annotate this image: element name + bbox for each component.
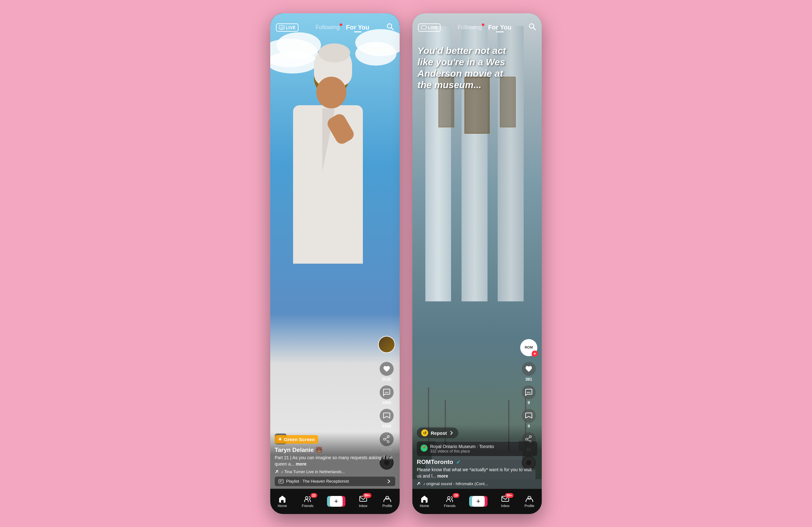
live-tv-icon: LIVE bbox=[279, 25, 285, 30]
phone2-music-note-icon bbox=[417, 481, 421, 486]
svg-point-4 bbox=[385, 392, 386, 393]
phone2-following-dot bbox=[482, 24, 484, 26]
nav-create[interactable]: + bbox=[328, 496, 344, 507]
phone2-sound-info[interactable]: ♪ original sound - hifromalix (Cont... bbox=[417, 481, 537, 486]
phone2-friends-badge: 19 bbox=[453, 493, 459, 498]
verified-badge: ✓ bbox=[456, 459, 460, 465]
phone2-header: LIVE Following For You bbox=[412, 13, 542, 42]
phone2: LIVE Following For You You'd better not … bbox=[412, 13, 542, 514]
phone2-comment-icon bbox=[525, 389, 533, 396]
sound-info[interactable]: ♪ Tina Turner Live in Netherlands... bbox=[275, 469, 395, 474]
phone2-nav-inbox[interactable]: 99+ Inbox bbox=[501, 495, 510, 508]
phone2-creator-username[interactable]: ROMToronto ✓ bbox=[417, 458, 537, 466]
phone2-following-tab[interactable]: Following bbox=[458, 24, 482, 31]
create-button-inner: + bbox=[330, 496, 343, 507]
phone1-caption-area: ✦ Green Screen Taryn Delanie 🐻 Part 21 |… bbox=[270, 432, 400, 488]
phone2-caption-area: ↺ Repost 📍 Royal Ontario Museum · Toront… bbox=[412, 424, 542, 488]
following-tab[interactable]: Following bbox=[316, 24, 340, 31]
playlist-bar[interactable]: Playlist · The Heaven Receptionist bbox=[275, 477, 395, 486]
svg-point-21 bbox=[530, 392, 531, 393]
phone2-like-button[interactable] bbox=[522, 362, 536, 376]
inbox-badge: 99+ bbox=[363, 493, 372, 498]
following-notification-dot bbox=[340, 24, 342, 26]
phone2-live-badge[interactable]: LIVE bbox=[418, 24, 440, 32]
phone2-comment-button[interactable] bbox=[522, 385, 536, 399]
bookmark-icon bbox=[383, 412, 390, 420]
nav-inbox[interactable]: 99+ Inbox bbox=[359, 495, 368, 508]
green-screen-tag[interactable]: ✦ Green Screen bbox=[275, 435, 318, 444]
svg-rect-22 bbox=[423, 500, 426, 502]
friends-badge: 22 bbox=[310, 493, 317, 498]
profile-label: Profile bbox=[382, 504, 392, 508]
location-bar[interactable]: 📍 Royal Ontario Museum · Toronto 332 vid… bbox=[417, 441, 537, 456]
live-tv-icon2 bbox=[421, 25, 426, 30]
search-button[interactable] bbox=[386, 23, 394, 32]
nav-home[interactable]: Home bbox=[277, 495, 287, 508]
bookmark-button[interactable] bbox=[380, 409, 394, 423]
nav-friends[interactable]: 22 Friends bbox=[302, 495, 314, 508]
create-button[interactable]: + bbox=[328, 496, 344, 507]
inbox-label: Inbox bbox=[359, 504, 368, 508]
phone2-home-icon bbox=[420, 495, 429, 503]
phone2-bookmark-button[interactable] bbox=[522, 409, 536, 423]
phone1-header: LIVE LIVE Following For You bbox=[270, 13, 400, 42]
phone2-nav-friends[interactable]: 19 Friends bbox=[444, 495, 455, 508]
svg-point-5 bbox=[386, 392, 387, 393]
phone2-create-button-inner: + bbox=[472, 496, 485, 507]
phone2-home-label: Home bbox=[420, 504, 429, 508]
repost-label: Repost bbox=[431, 430, 447, 436]
svg-line-3 bbox=[391, 28, 393, 30]
creator-avatar bbox=[378, 336, 395, 353]
video-caption: Part 21 | As you can imagine so many req… bbox=[275, 455, 395, 467]
location-name: Royal Ontario Museum · Toronto bbox=[430, 444, 494, 449]
phone2-search-button[interactable] bbox=[528, 23, 536, 32]
phone2-create-button[interactable]: + bbox=[470, 496, 486, 507]
bookmark-action[interactable]: 4334 bbox=[380, 409, 394, 428]
home-label: Home bbox=[277, 504, 287, 508]
phone2-more-link[interactable]: more bbox=[437, 473, 448, 479]
repost-bar[interactable]: ↺ Repost bbox=[417, 427, 458, 438]
profile-icon bbox=[383, 495, 391, 503]
phone2-comment-action[interactable]: 9 bbox=[522, 385, 536, 405]
rom-avatar-wrap[interactable]: ROM + bbox=[520, 339, 537, 356]
phone1-bottom-nav: Home 22 Friends + 99+ Inbox bbox=[270, 489, 400, 514]
phone2-nav-home[interactable]: Home bbox=[420, 495, 429, 508]
foryou-tab[interactable]: For You bbox=[346, 24, 369, 31]
friends-label: Friends bbox=[302, 504, 314, 508]
comment-count: 3955 bbox=[382, 400, 391, 405]
phone2-header-nav: Following For You bbox=[458, 24, 512, 31]
phone2-foryou-tab[interactable]: For You bbox=[488, 24, 512, 31]
phone2-profile-icon bbox=[525, 495, 534, 503]
repost-icon: ↺ bbox=[421, 430, 428, 436]
like-button[interactable] bbox=[380, 362, 394, 376]
svg-line-18 bbox=[533, 28, 535, 30]
video-text-overlay: You'd better not act like you're in a We… bbox=[417, 45, 517, 91]
phone2-heart-icon bbox=[525, 365, 533, 373]
location-icon: 📍 bbox=[421, 445, 427, 452]
like-action[interactable]: 201K bbox=[380, 362, 394, 381]
follow-plus-badge[interactable]: + bbox=[532, 350, 538, 357]
phone2-nav-profile[interactable]: Profile bbox=[524, 495, 534, 508]
phone2-profile-label: Profile bbox=[524, 504, 534, 508]
phone2-bookmark-icon bbox=[525, 412, 532, 420]
phone2-like-action[interactable]: 381 bbox=[522, 362, 536, 381]
creator-username[interactable]: Taryn Delanie 🐻 bbox=[275, 446, 395, 453]
creator-avatar-wrap[interactable] bbox=[378, 336, 395, 356]
svg-point-19 bbox=[527, 392, 528, 393]
svg-rect-10 bbox=[279, 480, 283, 483]
header-nav: Following For You bbox=[316, 24, 369, 31]
svg-rect-13 bbox=[281, 500, 284, 502]
live-badge[interactable]: LIVE LIVE bbox=[276, 24, 299, 32]
comment-button[interactable] bbox=[380, 385, 394, 399]
phone2-bottom-nav: Home 19 Friends + 99+ Inbox bbox=[412, 489, 542, 514]
comment-action[interactable]: 3955 bbox=[380, 385, 394, 405]
heart-icon bbox=[383, 365, 390, 373]
nav-profile[interactable]: Profile bbox=[382, 495, 392, 508]
bookmark-count: 4334 bbox=[382, 424, 391, 428]
location-sub: 332 videos of this place bbox=[430, 449, 494, 453]
phone2-nav-create[interactable]: + bbox=[470, 496, 486, 507]
more-link[interactable]: more bbox=[295, 462, 306, 466]
svg-point-14 bbox=[305, 497, 308, 499]
svg-point-6 bbox=[388, 392, 389, 393]
playlist-icon bbox=[278, 479, 284, 484]
